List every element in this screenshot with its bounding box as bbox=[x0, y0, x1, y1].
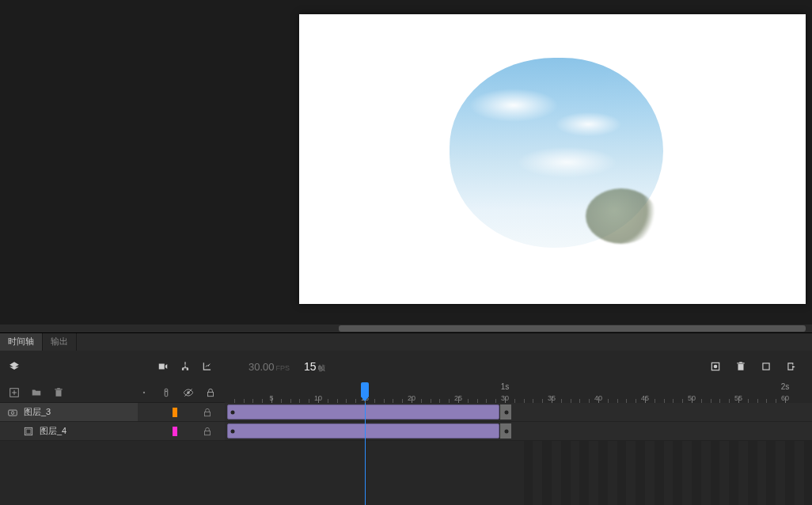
graph-icon[interactable] bbox=[201, 360, 214, 373]
delete-icon[interactable] bbox=[52, 386, 65, 399]
clip[interactable] bbox=[227, 423, 499, 439]
fps-display[interactable]: 30.00FPS bbox=[249, 359, 290, 374]
svg-rect-15 bbox=[205, 431, 211, 435]
tracks-area: 图层_3图层_4 bbox=[0, 403, 812, 505]
svg-point-1 bbox=[714, 365, 718, 369]
keyframe-dot[interactable] bbox=[505, 410, 509, 414]
layer-row[interactable]: 图层_3 bbox=[0, 403, 812, 422]
layer-name: 图层_4 bbox=[40, 425, 66, 437]
svg-rect-13 bbox=[25, 427, 32, 435]
tab-timeline[interactable]: 时间轴 bbox=[0, 333, 43, 351]
layer-color-swatch[interactable] bbox=[173, 408, 177, 417]
svg-point-11 bbox=[11, 411, 14, 414]
timeline-toolbar: 30.00FPS 15帧 bbox=[0, 351, 812, 382]
panel-tabs: 时间轴 输出 bbox=[0, 333, 812, 351]
svg-point-6 bbox=[165, 390, 167, 392]
svg-rect-9 bbox=[208, 392, 214, 396]
record-icon[interactable] bbox=[709, 360, 722, 373]
add-layer-icon[interactable] bbox=[8, 386, 21, 399]
svg-point-4 bbox=[143, 391, 145, 393]
layers-icon[interactable] bbox=[8, 360, 21, 373]
lock-icon[interactable] bbox=[201, 425, 214, 438]
rect-icon[interactable] bbox=[760, 360, 772, 373]
svg-rect-10 bbox=[9, 410, 17, 416]
layer-icon bbox=[22, 425, 35, 438]
playhead[interactable] bbox=[365, 403, 366, 505]
svg-rect-12 bbox=[205, 412, 211, 416]
tab-output[interactable]: 输出 bbox=[43, 333, 77, 351]
svg-rect-14 bbox=[26, 429, 31, 434]
preview-h-scrollbar[interactable] bbox=[0, 325, 812, 332]
lock-header-icon[interactable] bbox=[204, 386, 217, 399]
camera-icon bbox=[6, 406, 19, 419]
timeline-header: 510152025303540455055601s2s bbox=[0, 382, 812, 403]
track-lane[interactable] bbox=[225, 403, 812, 422]
keyframe-dot[interactable] bbox=[505, 429, 509, 433]
svg-rect-5 bbox=[165, 389, 168, 396]
slider-icon[interactable] bbox=[160, 386, 173, 399]
preview-artwork bbox=[450, 58, 663, 248]
export-icon[interactable] bbox=[785, 360, 798, 373]
dot-icon[interactable] bbox=[138, 386, 150, 399]
track-lane[interactable] bbox=[225, 422, 812, 441]
lock-icon[interactable] bbox=[201, 406, 214, 419]
frame-display[interactable]: 15帧 bbox=[304, 359, 325, 374]
layer-color-swatch[interactable] bbox=[173, 427, 177, 436]
svg-rect-2 bbox=[763, 363, 769, 370]
clip[interactable] bbox=[227, 404, 499, 420]
layer-name: 图层_3 bbox=[24, 406, 51, 418]
preview-canvas[interactable] bbox=[299, 14, 806, 304]
preview-area bbox=[0, 0, 812, 332]
trash-icon[interactable] bbox=[734, 360, 747, 373]
keyframe-dot[interactable] bbox=[231, 410, 235, 414]
timeline-panel: 时间轴 输出 30.00FPS 15帧 bbox=[0, 332, 812, 505]
layer-row[interactable]: 图层_4 bbox=[0, 422, 812, 441]
keyframe-dot[interactable] bbox=[231, 429, 235, 433]
visibility-icon[interactable] bbox=[182, 386, 195, 399]
video-cam-icon[interactable] bbox=[157, 360, 169, 373]
hierarchy-icon[interactable] bbox=[179, 360, 192, 373]
timeline-ruler[interactable]: 510152025303540455055601s2s bbox=[225, 382, 812, 403]
folder-icon[interactable] bbox=[30, 386, 43, 399]
